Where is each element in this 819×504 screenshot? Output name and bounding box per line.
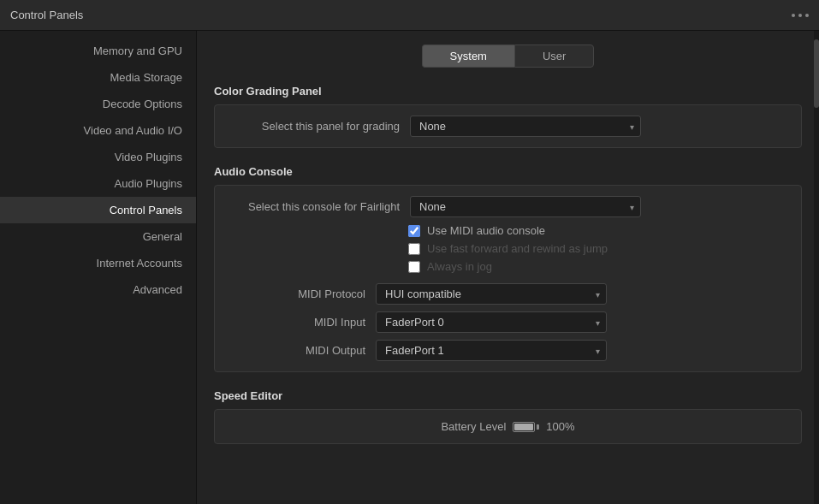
battery-fill [514,424,533,430]
console-selector-wrap: None ▾ [410,196,641,217]
sidebar: Memory and GPU Media Storage Decode Opti… [0,31,197,504]
use-midi-row: Use MIDI audio console [228,224,787,237]
sidebar-item-control-panels[interactable]: Control Panels [0,197,196,223]
console-selector-select[interactable]: None [410,196,641,217]
always-in-jog-label: Always in jog [427,260,492,273]
color-grading-row: Select this panel for grading None ▾ [228,116,787,137]
sidebar-item-decode-options[interactable]: Decode Options [0,91,196,117]
content-area: System User Color Grading Panel Select t… [197,31,819,504]
console-selector-row: Select this console for Fairlight None ▾ [228,196,787,217]
color-grading-panel: Select this panel for grading None ▾ [214,104,802,148]
title-bar: Control Panels [0,0,819,31]
sidebar-item-memory-gpu[interactable]: Memory and GPU [0,38,196,64]
scrollbar-track[interactable] [814,31,819,504]
midi-input-row: MIDI Input FaderPort 0 ▾ [228,311,787,333]
console-selector-label: Select this console for Fairlight [228,200,400,213]
tab-row: System User [214,44,802,68]
use-midi-checkbox[interactable] [408,225,420,237]
sidebar-item-internet-accounts[interactable]: Internet Accounts [0,250,196,276]
midi-protocol-label: MIDI Protocol [228,288,365,300]
always-in-jog-checkbox[interactable] [408,261,420,273]
battery-level-label: Battery Level [441,420,506,433]
speed-editor-section-title: Speed Editor [214,389,802,402]
battery-nub [537,424,539,430]
sidebar-item-media-storage[interactable]: Media Storage [0,64,196,91]
scrollbar-thumb[interactable] [814,39,819,108]
audio-console-section-title: Audio Console [214,165,802,178]
use-midi-label: Use MIDI audio console [427,224,545,237]
midi-output-label: MIDI Output [228,344,365,357]
window-title: Control Panels [10,9,83,21]
always-in-jog-row: Always in jog [228,260,787,273]
color-grading-select-wrap: None ▾ [410,116,641,137]
midi-protocol-select-wrap: HUI compatible ▾ [376,283,607,305]
color-grading-select[interactable]: None [410,116,641,137]
tab-system[interactable]: System [422,44,514,68]
sidebar-item-audio-plugins[interactable]: Audio Plugins [0,170,196,197]
midi-output-select-wrap: FaderPort 1 ▾ [376,340,607,361]
battery-percent: 100% [546,420,574,433]
fast-forward-checkbox[interactable] [408,243,420,255]
tab-user[interactable]: User [514,44,594,68]
midi-input-label: MIDI Input [228,316,365,329]
midi-output-row: MIDI Output FaderPort 1 ▾ [228,340,787,361]
midi-protocol-row: MIDI Protocol HUI compatible ▾ [228,283,787,305]
main-layout: Memory and GPU Media Storage Decode Opti… [0,31,819,504]
battery-icon [513,422,539,432]
more-options-button[interactable] [792,14,809,17]
midi-input-select[interactable]: FaderPort 0 [376,311,607,333]
sidebar-item-video-audio-io[interactable]: Video and Audio I/O [0,117,196,144]
sidebar-item-advanced[interactable]: Advanced [0,276,196,303]
fast-forward-row: Use fast forward and rewind as jump [228,242,787,255]
battery-row: Battery Level 100% [228,420,787,433]
fast-forward-label: Use fast forward and rewind as jump [427,242,608,255]
midi-protocol-select[interactable]: HUI compatible [376,283,607,305]
sidebar-item-video-plugins[interactable]: Video Plugins [0,144,196,170]
speed-editor-panel: Battery Level 100% [214,409,802,444]
color-grading-section-title: Color Grading Panel [214,85,802,98]
midi-output-select[interactable]: FaderPort 1 [376,340,607,361]
midi-input-select-wrap: FaderPort 0 ▾ [376,311,607,333]
color-grading-label: Select this panel for grading [228,120,400,133]
battery-body [513,422,535,432]
sidebar-item-general[interactable]: General [0,223,196,250]
audio-console-panel: Select this console for Fairlight None ▾… [214,185,802,372]
